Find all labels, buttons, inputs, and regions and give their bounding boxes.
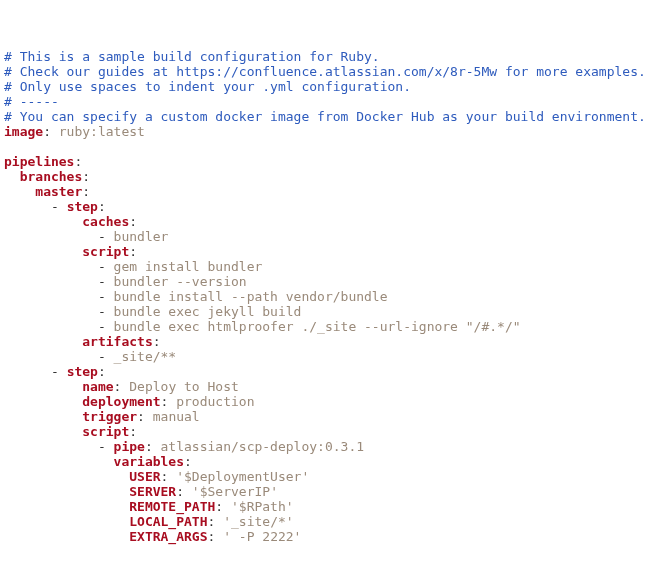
token-p: [4, 379, 82, 394]
token-k: LOCAL_PATH: [129, 514, 207, 529]
token-p: [4, 334, 82, 349]
token-p: [4, 244, 82, 259]
token-k: master: [35, 184, 82, 199]
token-p: -: [4, 349, 114, 364]
token-k: variables: [114, 454, 184, 469]
token-p: :: [161, 394, 177, 409]
token-p: :: [82, 184, 90, 199]
code-line: deployment: production: [4, 394, 663, 409]
token-c: # -----: [4, 94, 59, 109]
token-p: :: [98, 364, 106, 379]
token-p: -: [4, 304, 114, 319]
token-p: :: [43, 124, 59, 139]
code-line: - bundler: [4, 229, 663, 244]
token-k: image: [4, 124, 43, 139]
token-s: gem install bundler: [114, 259, 263, 274]
token-p: :: [129, 424, 137, 439]
token-p: -: [4, 259, 114, 274]
token-p: :: [184, 454, 192, 469]
token-p: :: [129, 214, 137, 229]
code-line: SERVER: '$ServerIP': [4, 484, 663, 499]
token-p: -: [4, 274, 114, 289]
token-p: [4, 169, 20, 184]
token-p: -: [4, 289, 114, 304]
token-k: REMOTE_PATH: [129, 499, 215, 514]
code-line: - bundle exec htmlproofer ./_site --url-…: [4, 319, 663, 334]
code-line: - step:: [4, 364, 663, 379]
token-p: [4, 214, 82, 229]
token-p: [4, 529, 129, 544]
token-k: name: [82, 379, 113, 394]
code-line: - gem install bundler: [4, 259, 663, 274]
code-line: artifacts:: [4, 334, 663, 349]
token-s: bundler --version: [114, 274, 247, 289]
token-s: manual: [153, 409, 200, 424]
token-s: bundler: [114, 229, 169, 244]
token-p: [4, 484, 129, 499]
token-q: '$ServerIP': [192, 484, 278, 499]
token-p: :: [114, 379, 130, 394]
token-k: step: [67, 199, 98, 214]
token-s: _site/**: [114, 349, 177, 364]
token-k: pipelines: [4, 154, 74, 169]
token-p: :: [74, 154, 82, 169]
token-s: atlassian/scp-deploy:0.3.1: [161, 439, 365, 454]
token-p: [4, 514, 129, 529]
code-line: - _site/**: [4, 349, 663, 364]
code-line: master:: [4, 184, 663, 199]
token-s: bundle exec htmlproofer ./_site --url-ig…: [114, 319, 521, 334]
code-line: REMOTE_PATH: '$RPath': [4, 499, 663, 514]
token-s: production: [176, 394, 254, 409]
token-k: USER: [129, 469, 160, 484]
code-line: [4, 544, 663, 559]
code-line: - bundler --version: [4, 274, 663, 289]
code-line: # Only use spaces to indent your .yml co…: [4, 79, 663, 94]
code-line: [4, 139, 663, 154]
token-p: :: [82, 169, 90, 184]
code-line: script:: [4, 244, 663, 259]
code-line: - bundle install --path vendor/bundle: [4, 289, 663, 304]
token-k: pipe: [114, 439, 145, 454]
token-q: ' -P 2222': [223, 529, 301, 544]
token-k: script: [82, 244, 129, 259]
token-p: :: [153, 334, 161, 349]
token-p: :: [129, 244, 137, 259]
token-c: # Check our guides at https://confluence…: [4, 64, 646, 79]
code-line: variables:: [4, 454, 663, 469]
code-line: branches:: [4, 169, 663, 184]
token-p: :: [161, 469, 177, 484]
code-line: # -----: [4, 94, 663, 109]
token-k: caches: [82, 214, 129, 229]
token-p: -: [4, 364, 67, 379]
code-line: name: Deploy to Host: [4, 379, 663, 394]
token-p: :: [98, 199, 106, 214]
code-line: pipelines:: [4, 154, 663, 169]
token-p: -: [4, 439, 114, 454]
code-line: USER: '$DeploymentUser': [4, 469, 663, 484]
code-line: image: ruby:latest: [4, 124, 663, 139]
code-line: LOCAL_PATH: '_site/*': [4, 514, 663, 529]
code-line: - pipe: atlassian/scp-deploy:0.3.1: [4, 439, 663, 454]
code-line: - bundle exec jekyll build: [4, 304, 663, 319]
token-p: -: [4, 199, 67, 214]
token-p: [4, 184, 35, 199]
code-line: # You can specify a custom docker image …: [4, 109, 663, 124]
code-line: # This is a sample build configuration f…: [4, 49, 663, 64]
token-s: bundle exec jekyll build: [114, 304, 302, 319]
code-line: trigger: manual: [4, 409, 663, 424]
token-c: # You can specify a custom docker image …: [4, 109, 646, 124]
code-line: # Check our guides at https://confluence…: [4, 64, 663, 79]
token-p: [4, 394, 82, 409]
code-line: EXTRA_ARGS: ' -P 2222': [4, 529, 663, 544]
token-q: '$RPath': [231, 499, 294, 514]
token-s: ruby:latest: [59, 124, 145, 139]
token-p: [4, 469, 129, 484]
yaml-code-block: # This is a sample build configuration f…: [4, 49, 663, 561]
token-s: bundle install --path vendor/bundle: [114, 289, 388, 304]
token-p: :: [208, 529, 224, 544]
token-k: artifacts: [82, 334, 152, 349]
code-line: script:: [4, 424, 663, 439]
token-q: '_site/*': [223, 514, 293, 529]
token-c: # Only use spaces to indent your .yml co…: [4, 79, 411, 94]
token-k: step: [67, 364, 98, 379]
